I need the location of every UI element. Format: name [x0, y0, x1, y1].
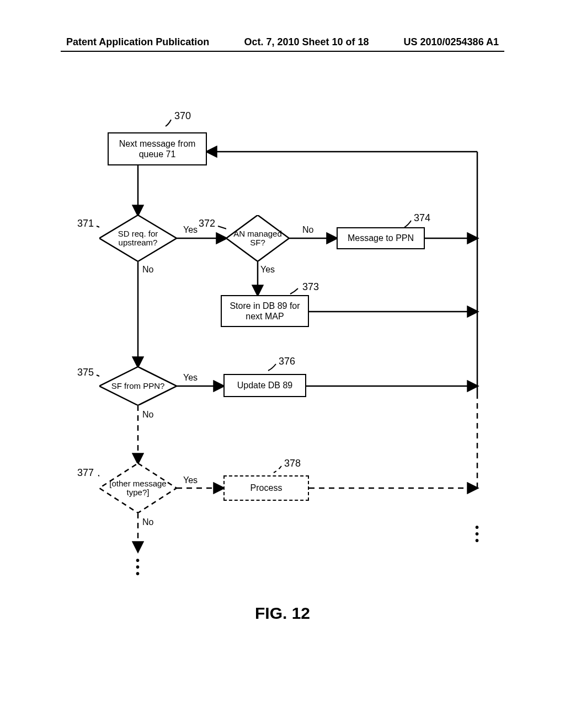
decision-372-text: AN managed SF? [226, 215, 289, 261]
edge-375-no: No [142, 410, 153, 420]
decision-377: [other message type?] [99, 463, 177, 513]
edge-377-yes: Yes [183, 475, 198, 485]
ref-375: 375 [77, 367, 94, 378]
decision-377-text: [other message type?] [99, 463, 177, 513]
decision-371-text: SD req. for upstream? [99, 215, 177, 261]
step-370: Next message from queue 71 [108, 132, 207, 165]
edge-375-yes: Yes [183, 373, 198, 383]
step-373-text: Store in DB 89 for next MAP [226, 301, 303, 322]
step-374-text: Message to PPN [348, 233, 414, 243]
edge-372-no-label: No [302, 225, 313, 235]
ref-371: 371 [77, 218, 94, 229]
decision-371: SD req. for upstream? [99, 215, 177, 261]
ref-373: 373 [302, 281, 319, 293]
edge-377-no: No [142, 517, 153, 527]
step-373: Store in DB 89 for next MAP [221, 295, 309, 327]
edge-371-no: No [142, 265, 153, 275]
ref-372: 372 [199, 218, 215, 229]
step-378-text: Process [250, 483, 282, 493]
figure-caption: FIG. 12 [0, 604, 565, 623]
edge-372-yes-label: Yes [260, 265, 275, 275]
edge-371-yes: Yes [183, 225, 198, 235]
step-378: Process [223, 475, 309, 501]
ellipsis-vertical-right: ••• [475, 524, 479, 544]
ref-377: 377 [77, 467, 94, 479]
step-376-text: Update DB 89 [237, 380, 293, 390]
decision-375: SF from PPN? [99, 367, 177, 405]
ellipsis-vertical-left: ••• [136, 557, 140, 577]
ref-370: 370 [174, 110, 191, 122]
ref-374: 374 [414, 212, 430, 224]
step-370-text: Next message from queue 71 [113, 138, 201, 159]
decision-372: AN managed SF? [226, 215, 289, 261]
step-376: Update DB 89 [223, 374, 306, 397]
step-374: Message to PPN [337, 227, 425, 249]
ref-376: 376 [279, 356, 295, 367]
decision-375-text: SF from PPN? [99, 367, 177, 405]
ref-378: 378 [284, 458, 301, 469]
